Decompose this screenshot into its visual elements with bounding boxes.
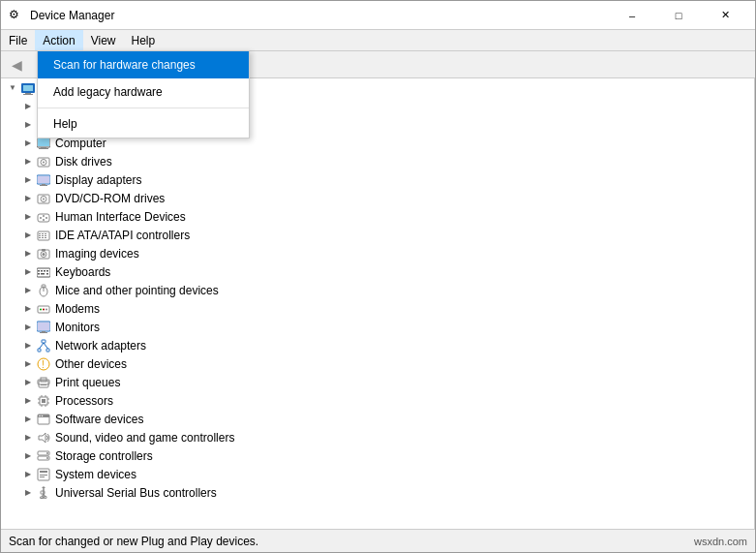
svg-point-28 xyxy=(43,198,45,200)
expand-icon-other: ▶ xyxy=(20,356,36,372)
tree-item-usb[interactable]: ▶ Universal Serial Bus controllers xyxy=(1,483,754,502)
tree-item-other[interactable]: ▶ ! Other devices xyxy=(1,354,754,373)
svg-rect-50 xyxy=(41,270,43,272)
item-label-print-queues: Print queues xyxy=(55,376,120,389)
tree-item-mice[interactable]: ▶ Mice and other pointing devices xyxy=(1,281,754,299)
item-label-processors: Processors xyxy=(55,394,113,408)
device-tree-panel[interactable]: ▼ DESKTOP-PC ▶ Batteries ▶ ᛒ Bluetoo xyxy=(1,78,755,529)
svg-rect-55 xyxy=(46,273,48,275)
status-text: Scan for changed or new Plug and Play de… xyxy=(9,535,694,548)
tree-items-container: ▶ Batteries ▶ ᛒ Bluetooth ▶ Computer ▶ D… xyxy=(1,97,754,502)
svg-line-70 xyxy=(40,343,45,349)
tree-item-human-interface[interactable]: ▶ Human Interface Devices xyxy=(1,207,754,226)
svg-rect-37 xyxy=(39,237,41,238)
expand-icon-display-adapters: ▶ xyxy=(20,172,36,188)
tree-item-imaging[interactable]: ▶ Imaging devices xyxy=(1,244,754,262)
dropdown-item-help[interactable]: Help xyxy=(38,110,249,138)
menu-action[interactable]: Action xyxy=(35,30,82,50)
svg-rect-100 xyxy=(40,476,45,477)
svg-point-60 xyxy=(40,308,42,310)
svg-text:!: ! xyxy=(42,359,45,370)
svg-rect-43 xyxy=(45,237,46,238)
svg-point-62 xyxy=(45,308,47,310)
tree-item-disk-drives[interactable]: ▶ Disk drives xyxy=(1,152,754,170)
close-button[interactable]: ✕ xyxy=(703,1,747,30)
item-icon-software xyxy=(36,412,51,427)
tree-item-processors[interactable]: ▶ Processors xyxy=(1,391,754,410)
item-label-storage: Storage controllers xyxy=(55,449,153,463)
svg-rect-25 xyxy=(40,185,47,186)
item-icon-mice xyxy=(36,283,51,298)
svg-rect-9 xyxy=(23,94,33,95)
item-label-sound: Sound, video and game controllers xyxy=(55,431,234,445)
tree-item-system[interactable]: ▶ System devices xyxy=(1,465,754,483)
root-icon xyxy=(20,80,36,96)
item-label-monitors: Monitors xyxy=(55,321,100,334)
svg-rect-41 xyxy=(45,233,46,234)
svg-rect-98 xyxy=(40,471,47,473)
item-icon-other: ! xyxy=(36,356,51,372)
svg-rect-39 xyxy=(42,235,44,236)
menu-view[interactable]: View xyxy=(83,30,124,50)
item-label-system: System devices xyxy=(55,468,136,481)
title-bar: ⚙ Device Manager – □ ✕ xyxy=(1,1,755,30)
item-icon-processors xyxy=(36,393,51,409)
tree-item-modems[interactable]: ▶ Modems xyxy=(1,299,754,318)
back-button[interactable]: ◀ xyxy=(5,54,28,76)
expand-icon-keyboards: ▶ xyxy=(20,264,36,280)
dropdown-item-legacy[interactable]: Add legacy hardware xyxy=(38,78,249,106)
svg-rect-67 xyxy=(42,340,45,343)
item-label-software: Software devices xyxy=(55,413,143,426)
item-icon-system xyxy=(36,467,51,482)
expand-icon-print-queues: ▶ xyxy=(20,375,36,390)
svg-rect-16 xyxy=(38,138,49,146)
tree-item-dvd-cdrom[interactable]: ▶ DVD/CD-ROM drives xyxy=(1,189,754,207)
tree-item-network[interactable]: ▶ Network adapters xyxy=(1,336,754,354)
tree-item-storage[interactable]: ▶ Storage controllers xyxy=(1,446,754,465)
svg-rect-38 xyxy=(42,233,44,234)
minimize-button[interactable]: – xyxy=(610,1,654,30)
svg-rect-23 xyxy=(38,176,49,183)
expand-icon-processors: ▶ xyxy=(20,393,36,409)
item-icon-imaging xyxy=(36,246,51,261)
svg-rect-42 xyxy=(45,235,46,236)
expand-icon-bluetooth: ▶ xyxy=(20,117,36,133)
expand-icon-modems: ▶ xyxy=(20,301,36,317)
svg-point-96 xyxy=(46,457,48,459)
svg-rect-48 xyxy=(37,268,50,277)
tree-item-keyboards[interactable]: ▶ Keyboards xyxy=(1,262,754,281)
tree-item-software[interactable]: ▶ Software devices xyxy=(1,410,754,428)
svg-rect-7 xyxy=(23,85,33,91)
item-label-modems: Modems xyxy=(55,302,100,316)
maximize-button[interactable]: □ xyxy=(656,1,701,30)
expand-icon-disk-drives: ▶ xyxy=(20,154,36,169)
svg-point-95 xyxy=(46,452,48,454)
tree-item-monitors[interactable]: ▶ Monitors xyxy=(1,318,754,336)
svg-rect-52 xyxy=(46,270,48,272)
window-controls: – □ ✕ xyxy=(610,1,747,30)
menu-file[interactable]: File xyxy=(1,30,35,50)
item-icon-usb xyxy=(36,485,51,501)
svg-point-33 xyxy=(43,219,45,221)
expand-icon-human-interface: ▶ xyxy=(20,209,36,225)
dropdown-item-scan[interactable]: Scan for hardware changes xyxy=(38,51,249,78)
svg-rect-47 xyxy=(42,249,45,251)
svg-line-71 xyxy=(44,343,48,349)
expand-icon-network: ▶ xyxy=(20,338,36,353)
status-bar: Scan for changed or new Plug and Play de… xyxy=(1,529,755,552)
tree-item-display-adapters[interactable]: ▶ Display adapters xyxy=(1,170,754,189)
item-icon-monitors xyxy=(36,320,51,335)
menu-bar: File Action View Help xyxy=(1,30,755,51)
action-dropdown-menu[interactable]: Scan for hardware changesAdd legacy hard… xyxy=(37,50,250,138)
svg-rect-68 xyxy=(38,349,41,352)
expand-icon-software: ▶ xyxy=(20,412,36,427)
menu-help[interactable]: Help xyxy=(124,30,164,50)
tree-item-sound[interactable]: ▶ Sound, video and game controllers xyxy=(1,428,754,446)
svg-point-91 xyxy=(42,415,44,416)
tree-item-print-queues[interactable]: ▶ Print queues xyxy=(1,373,754,391)
expand-icon-system: ▶ xyxy=(20,467,36,482)
dropdown-separator xyxy=(38,108,249,108)
tree-item-ide-ata[interactable]: ▶ IDE ATA/ATAPI controllers xyxy=(1,226,754,244)
expand-icon-ide-ata: ▶ xyxy=(20,228,36,243)
svg-rect-17 xyxy=(41,147,46,148)
